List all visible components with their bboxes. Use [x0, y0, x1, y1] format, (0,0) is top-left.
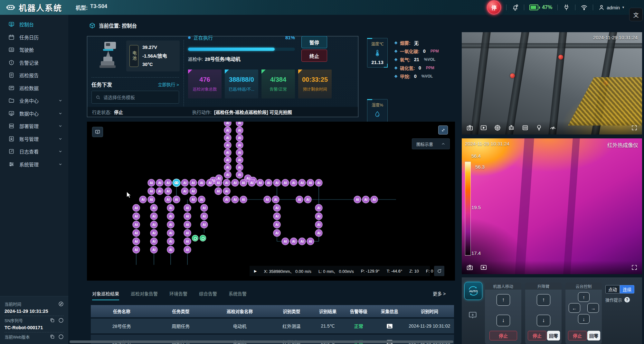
map-ai-node[interactable]: AI: [165, 188, 172, 195]
map-ai-node[interactable]: AI: [198, 196, 205, 203]
map-ai-node[interactable]: AI: [215, 179, 222, 186]
map-ai-node[interactable]: AI: [273, 213, 280, 220]
more-link[interactable]: 更多 >: [433, 290, 446, 297]
map-ai-node[interactable]: AI: [224, 127, 231, 134]
chevron-right-icon[interactable]: ▶: [254, 269, 257, 273]
stop-button[interactable]: 停止: [568, 331, 587, 340]
map-ai-node[interactable]: AI: [298, 179, 306, 186]
map-ai-node[interactable]: AI: [150, 229, 157, 237]
more-version-icon[interactable]: [58, 334, 64, 339]
map-ai-node[interactable]: AI: [315, 213, 322, 220]
map-ai-node[interactable]: AI: [236, 122, 243, 126]
alarm-bell-icon[interactable]: [512, 4, 519, 11]
sidebar-item-chart[interactable]: 数据中心: [0, 107, 68, 120]
map-ai-node[interactable]: AI: [315, 179, 322, 186]
map-ai-node[interactable]: AI: [224, 122, 231, 126]
light-icon[interactable]: [535, 124, 543, 131]
map-ai-node[interactable]: AI: [307, 179, 314, 186]
user-menu[interactable]: admin ▼: [598, 4, 625, 11]
arrow-right-button[interactable]: →: [587, 303, 599, 313]
screen-mode-button[interactable]: [467, 310, 478, 320]
map-ai-node[interactable]: AI: [156, 188, 163, 195]
map-ai-node[interactable]: AI: [139, 196, 147, 203]
map-screen-button[interactable]: [92, 127, 103, 137]
sidebar-item-deploy[interactable]: 部署管理: [0, 120, 68, 133]
map-ai-node[interactable]: AI: [236, 171, 243, 178]
wifi-icon[interactable]: [581, 4, 588, 11]
sidebar-item-log[interactable]: 日志查看: [0, 145, 68, 158]
arrow-up-button[interactable]: ↑: [497, 294, 510, 306]
map-ai-node[interactable]: AI: [264, 196, 271, 203]
map-ai-node[interactable]: AI: [236, 156, 243, 163]
map-ai-node[interactable]: AI: [184, 229, 191, 237]
map-ai-node[interactable]: AI: [362, 196, 369, 203]
map-ai-node[interactable]: AI: [167, 246, 174, 253]
map-ai-node[interactable]: AI: [167, 221, 174, 228]
zero-button[interactable]: 回零: [587, 331, 600, 340]
horizontal-scrollbar[interactable]: [70, 340, 453, 343]
map-ai-node[interactable]: AI: [236, 134, 243, 141]
map-ai-node[interactable]: AI: [148, 188, 155, 195]
arrow-up-button[interactable]: ↑: [537, 294, 550, 306]
map-ai-node[interactable]: AI: [296, 196, 303, 203]
map-ai-node[interactable]: AI: [265, 179, 272, 186]
map-ai-node[interactable]: AI: [190, 179, 197, 186]
map-ai-node[interactable]: AI: [257, 179, 264, 186]
sidebar-item-system[interactable]: 系统管理: [0, 158, 68, 171]
wiper-icon[interactable]: [549, 124, 556, 131]
map-ai-node[interactable]: AI: [273, 204, 280, 211]
meter-icon[interactable]: [522, 124, 529, 131]
map-ai-node[interactable]: AI: [173, 196, 180, 203]
map-expand-button[interactable]: [438, 126, 448, 135]
sidebar-item-alert[interactable]: 告警记录: [0, 56, 68, 69]
map-ai-node[interactable]: AI: [304, 196, 311, 203]
map-ai-node[interactable]: AI: [150, 213, 157, 220]
map-ai-node[interactable]: AI: [190, 188, 197, 195]
more-sn-icon[interactable]: [58, 318, 64, 323]
map-ai-node[interactable]: AI: [150, 221, 157, 228]
sidebar-item-console[interactable]: 控制台: [0, 18, 68, 31]
map-ai-node[interactable]: AI: [272, 196, 279, 203]
language-switch-button[interactable]: 文: [629, 8, 643, 21]
map-ai-node[interactable]: AI: [150, 246, 157, 253]
map-ai-node[interactable]: AI: [273, 229, 280, 237]
map-ai-node[interactable]: AI: [236, 149, 243, 156]
arrow-down-button[interactable]: ↓: [537, 315, 550, 326]
device-icon[interactable]: [508, 124, 515, 131]
tab-1[interactable]: 巡检对象告警: [131, 290, 158, 300]
map-ai-node[interactable]: AI: [315, 221, 322, 228]
record-icon[interactable]: [480, 264, 487, 271]
map-ai-node[interactable]: AI: [232, 196, 239, 203]
abort-button[interactable]: 终止: [301, 50, 327, 62]
photo-thumbnail-icon[interactable]: [385, 323, 394, 330]
map-ai-node[interactable]: AI: [273, 179, 280, 186]
map-ai-node[interactable]: AI: [148, 179, 155, 186]
map-ai-node[interactable]: AI: [190, 196, 197, 203]
map-ai-node[interactable]: AI: [315, 204, 322, 211]
map-ai-node[interactable]: AI: [224, 142, 231, 149]
map-ai-node[interactable]: AI: [201, 221, 208, 228]
map-ai-node[interactable]: AI: [165, 196, 172, 203]
map-ai-node[interactable]: AI: [371, 196, 378, 203]
map-ai-node[interactable]: AI: [236, 127, 243, 134]
emergency-stop-button[interactable]: 停: [487, 0, 501, 14]
map-ai-node[interactable]: AI: [206, 179, 213, 186]
map-ai-node[interactable]: AI: [181, 179, 188, 186]
map-ai-node[interactable]: AI: [184, 221, 191, 228]
map-ai-node[interactable]: AI: [184, 246, 191, 253]
tab-2[interactable]: 环境告警: [169, 290, 187, 300]
tab-4[interactable]: 系统告警: [229, 290, 247, 300]
map-ai-node[interactable]: AI: [133, 213, 140, 220]
map-robot-marker[interactable]: [173, 179, 180, 187]
map-ai-node[interactable]: AI: [167, 204, 174, 211]
map-ai-node[interactable]: AI: [201, 213, 208, 220]
map-ai-node[interactable]: AI: [232, 179, 239, 186]
sidebar-item-data[interactable]: 巡检数据: [0, 82, 68, 95]
map-ai-node[interactable]: AI: [150, 238, 157, 245]
map-ai-node[interactable]: AI: [236, 164, 243, 171]
map-ai-node[interactable]: AI: [240, 196, 247, 203]
map-ai-node[interactable]: AI: [290, 179, 297, 186]
map-ai-node[interactable]: AI: [184, 204, 191, 211]
zero-button[interactable]: 回零: [547, 331, 560, 340]
map-ai-node[interactable]: AI: [156, 179, 163, 186]
